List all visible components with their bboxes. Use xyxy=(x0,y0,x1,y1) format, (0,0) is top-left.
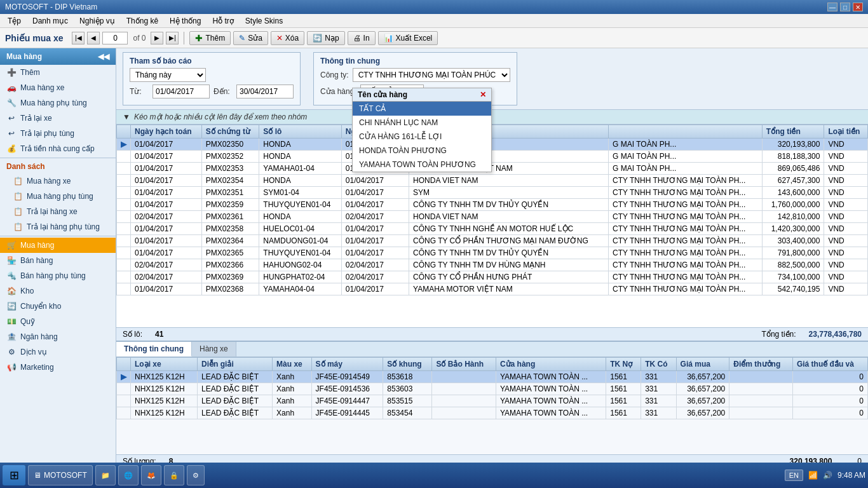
mk-nav-label: Marketing xyxy=(20,363,54,372)
row-so-lo: YAMAHA04-04 xyxy=(259,283,341,295)
dropdown-item-0[interactable]: TẤT CẢ xyxy=(353,102,491,116)
sidebar-nav-chuyen-kho[interactable]: 🔄 Chuyển kho xyxy=(0,299,116,314)
row-ngay-ct: 01/04/2017 xyxy=(341,247,409,259)
group-hint: Kéo một hoặc nhiều cột lên đây để xem th… xyxy=(134,112,307,121)
sidebar-item-tra-lai-xe[interactable]: ↩ Trả lại xe xyxy=(0,111,116,126)
menu-ho-tro[interactable]: Hỗ trợ xyxy=(207,15,238,27)
minimize-button[interactable]: — xyxy=(827,3,837,11)
menu-file[interactable]: Tệp xyxy=(3,15,26,27)
sidebar-ds-mua-hang-xe[interactable]: 📋 Mua hàng xe xyxy=(0,173,116,189)
tab-hang-xe[interactable]: Hàng xe xyxy=(192,342,236,356)
dropdown-close-icon[interactable]: ✕ xyxy=(480,90,486,99)
list-item[interactable]: ▶ NHX125 K12H LEAD ĐẶC BIỆT Xanh JF45E-0… xyxy=(117,371,868,383)
bt-col-so-bh: Số Bảo Hành xyxy=(432,358,496,371)
menu-style-skins[interactable]: Style Skins xyxy=(240,15,288,27)
taskbar-app-btn[interactable]: 🖥 MOTOSOFT xyxy=(28,465,93,485)
dropdown-item-1[interactable]: CHI NHÁNH LỤC NAM xyxy=(353,116,491,130)
excel-button[interactable]: 📊 Xuất Excel xyxy=(378,31,438,45)
to-date-input[interactable] xyxy=(236,85,294,98)
nav-next-button[interactable]: ▶ xyxy=(151,32,163,44)
tab-thong-tin-chung[interactable]: Thông tin chung xyxy=(116,342,192,356)
row-indicator xyxy=(117,259,131,271)
list-item[interactable]: NHX125 K12H LEAD ĐẶC BIỆT Xanh JF45E-091… xyxy=(117,407,868,419)
print-button[interactable]: 🖨 In xyxy=(348,31,376,45)
sidebar-nav-marketing[interactable]: 📢 Marketing xyxy=(0,360,116,375)
menu-danh-muc[interactable]: Danh mục xyxy=(27,15,73,27)
table-row[interactable]: 01/04/2017 PMX02359 THUYQUYEN01-04 01/04… xyxy=(117,199,868,211)
maximize-button[interactable]: □ xyxy=(840,3,850,11)
table-row[interactable]: 01/04/2017 PMX02352 HONDA 01/04/2017 HON… xyxy=(117,151,868,163)
bt-col-so-khung: Số khung xyxy=(383,358,432,371)
table-row[interactable]: 02/04/2017 PMX02366 HAHUONG02-04 02/04/2… xyxy=(117,259,868,271)
sidebar-nav-mua-hang[interactable]: 🛒 Mua hàng xyxy=(0,238,116,253)
collapse-icon[interactable]: ◀◀ xyxy=(98,52,109,61)
table-row[interactable]: 01/04/2017 PMX02358 HUELOC01-04 01/04/20… xyxy=(117,223,868,235)
row-indicator xyxy=(117,235,131,247)
bottom-table-scroll[interactable]: Loại xe Diễn giải Màu xe Số máy Số khung… xyxy=(116,357,868,454)
close-button[interactable]: ✕ xyxy=(853,3,863,11)
menu-thong-ke[interactable]: Thống kê xyxy=(121,15,163,27)
add-button[interactable]: ✚ Thêm xyxy=(189,31,231,45)
quy-nav-label: Quỹ xyxy=(20,317,35,326)
delete-button[interactable]: ✕ Xóa xyxy=(271,31,304,45)
list-item[interactable]: NHX125 K12H LEAD ĐẶC BIỆT Xanh JF45E-091… xyxy=(117,383,868,395)
start-button[interactable]: ⊞ xyxy=(3,465,25,485)
table-row[interactable]: 01/04/2017 PMX02365 THUYQUYEN01-04 01/04… xyxy=(117,247,868,259)
nav-prev-button[interactable]: ◀ xyxy=(87,32,100,44)
sidebar-item-tra-tien-ncc[interactable]: 💰 Trả tiền nhà cung cấp xyxy=(0,141,116,156)
nav-first-button[interactable]: |◀ xyxy=(72,32,85,44)
edit-button[interactable]: ✎ Sửa xyxy=(233,31,268,45)
table-row[interactable]: 02/04/2017 PMX02361 HONDA 02/04/2017 HON… xyxy=(117,211,868,223)
sidebar-danh-sach[interactable]: Danh sách xyxy=(0,159,116,173)
sidebar-nav-ngan-hang[interactable]: 🏦 Ngân hàng xyxy=(0,329,116,344)
row-tong-tien: 303,400,000 xyxy=(762,235,824,247)
taskbar-browser-btn[interactable]: 🌐 xyxy=(118,465,139,485)
row-indicator xyxy=(117,175,131,187)
table-row[interactable]: 01/04/2017 PMX02354 HONDA 01/04/2017 HON… xyxy=(117,175,868,187)
taskbar-firefox-btn[interactable]: 🦊 xyxy=(141,465,161,485)
table-row[interactable]: 01/04/2017 PMX02368 YAMAHA04-04 01/04/20… xyxy=(117,283,868,295)
sidebar-nav-ban-hang-phu-tung[interactable]: 🔩 Bán hàng phụ tùng xyxy=(0,268,116,283)
sidebar-ds-tra-lai-hang-pt[interactable]: 📋 Trả lại hàng phụ tùng xyxy=(0,219,116,234)
table-row[interactable]: 02/04/2017 PMX02369 HUNGPHAT02-04 02/04/… xyxy=(117,271,868,283)
taskbar-gear-btn[interactable]: ⚙ xyxy=(187,465,205,485)
row-so-ct: PMX02353 xyxy=(201,163,259,175)
menu-he-thong[interactable]: Hệ thống xyxy=(165,15,206,27)
dropdown-item-2[interactable]: CỬA HÀNG 161-LỄ LỢI xyxy=(353,130,491,144)
nav-last-button[interactable]: ▶| xyxy=(166,32,179,44)
sidebar-nav-quy[interactable]: 💵 Quỹ xyxy=(0,314,116,329)
sidebar-item-mua-hang-xe[interactable]: 🚗 Mua hàng xe xyxy=(0,80,116,95)
sidebar-nav-dich-vu[interactable]: ⚙ Dịch vụ xyxy=(0,344,116,360)
sidebar-nav-kho[interactable]: 🏠 Kho xyxy=(0,283,116,299)
table-row[interactable]: 01/04/2017 PMX02351 SYM01-04 01/04/2017 … xyxy=(117,187,868,199)
reload-button[interactable]: 🔄 Nạp xyxy=(307,31,344,45)
table-row[interactable]: 01/04/2017 PMX02364 NAMDUONG01-04 01/04/… xyxy=(117,235,868,247)
row-cua-hang: CTY TNHH THƯƠNG MẠI TOÀN PH... xyxy=(609,199,763,211)
table-row[interactable]: ▶ 01/04/2017 PMX02350 HONDA 01/04/2017 H… xyxy=(117,139,868,151)
dropdown-item-4[interactable]: YAMAHA TOWN TOÀN PHƯƠNG xyxy=(353,158,491,172)
taskbar-lock-btn[interactable]: 🔒 xyxy=(164,465,184,485)
sidebar-item-mua-hang-phu-tung[interactable]: 🔧 Mua hàng phụ tùng xyxy=(0,95,116,111)
language-button[interactable]: EN xyxy=(785,470,803,481)
company-select[interactable]: CTY TNHH THƯƠNG MẠI TOÀN PHÚC xyxy=(353,68,510,82)
dropdown-item-3[interactable]: HONDA TOÀN PHƯƠNG xyxy=(353,144,491,158)
sidebar-nav-ban-hang[interactable]: 🏪 Bán hàng xyxy=(0,253,116,268)
menu-nghiep-vu[interactable]: Nghiệp vụ xyxy=(74,15,120,27)
sidebar-item-tra-lai-phu-tung[interactable]: ↩ Trả lại phụ tùng xyxy=(0,126,116,141)
list-item[interactable]: NHX125 K12H LEAD ĐẶC BIỆT Xanh JF45E-091… xyxy=(117,395,868,407)
row-so-lo: HONDA xyxy=(259,139,341,151)
sidebar-ds-tra-lai-hang-xe[interactable]: 📋 Trả lại hàng xe xyxy=(0,204,116,219)
sidebar-ds-mua-hang-phu-tung[interactable]: 📋 Mua hàng phụ tùng xyxy=(0,189,116,204)
row-so-ct: PMX02361 xyxy=(201,211,259,223)
page-number-input[interactable] xyxy=(102,32,128,44)
sidebar-item-them[interactable]: ➕ Thêm xyxy=(0,65,116,80)
taskbar-folder-btn[interactable]: 📁 xyxy=(95,465,116,485)
danh-sach-label: Danh sách xyxy=(6,162,45,171)
bt-row-so-khung: 853618 xyxy=(383,371,432,383)
table-row[interactable]: 01/04/2017 PMX02353 YAMAHA01-04 01/04/20… xyxy=(117,163,868,175)
bt-row-mau-xe: Xanh xyxy=(273,407,312,419)
period-select[interactable]: Tháng này xyxy=(130,68,206,82)
row-date: 01/04/2017 xyxy=(131,151,202,163)
from-date-input[interactable] xyxy=(153,85,210,98)
main-table-scroll[interactable]: Ngày hạch toán Số chứng từ Số lô Ngày ch… xyxy=(116,125,868,327)
